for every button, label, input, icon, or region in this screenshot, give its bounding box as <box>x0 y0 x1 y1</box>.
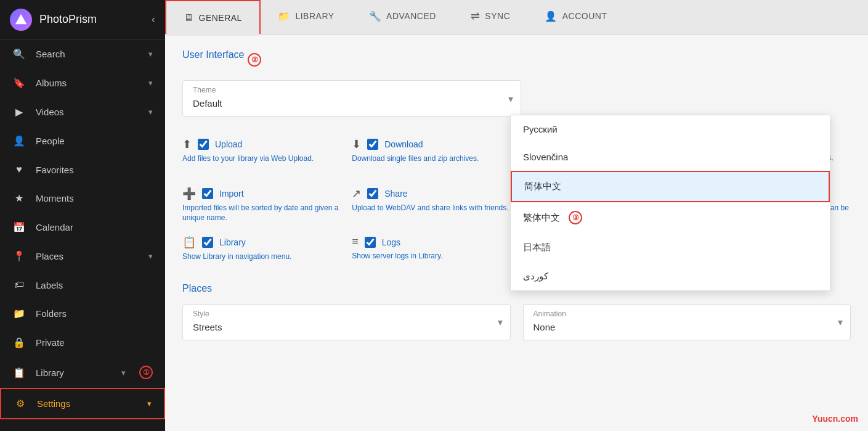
sidebar-item-library[interactable]: 📋 Library ▾ ① <box>0 357 165 388</box>
sidebar-item-folders[interactable]: 📁 Folders <box>0 299 165 328</box>
sidebar-item-private[interactable]: 🔒 Private <box>0 328 165 357</box>
sidebar-item-search[interactable]: 🔍 Search ▾ <box>0 39 165 68</box>
tab-advanced[interactable]: 🔧 ADVANCED <box>352 0 453 34</box>
tab-general[interactable]: 🖥 GENERAL <box>165 0 261 34</box>
sidebar: PhotoPrism ‹ 🔍 Search ▾ 🔖 Albums ▾ ▶ Vid… <box>0 0 165 431</box>
sidebar-item-places[interactable]: 📍 Places ▾ <box>0 242 165 271</box>
tab-advanced-label: ADVANCED <box>386 11 436 21</box>
library-option-label: Library <box>219 237 246 247</box>
option-logs: ≡ Logs Show server logs in Library. <box>352 229 511 268</box>
library-badge: ① <box>139 366 153 379</box>
import-label: Import <box>219 189 244 199</box>
chevron-down-icon: ▾ <box>148 107 153 117</box>
sidebar-item-label: Private <box>36 337 153 348</box>
places-grid: Style Streets ▾ Animation None ▾ <box>182 304 851 355</box>
theme-field[interactable]: Theme Default ▾ <box>182 80 521 117</box>
chevron-down-icon: ▾ <box>498 316 503 328</box>
sidebar-item-moments[interactable]: ★ Moments <box>0 184 165 213</box>
sidebar-item-label: Labels <box>36 280 153 290</box>
sidebar-item-label: Moments <box>36 193 153 203</box>
theme-label: Theme <box>193 86 511 94</box>
sidebar-item-videos[interactable]: ▶ Videos ▾ <box>0 97 165 126</box>
sidebar-item-label: Library <box>36 367 112 378</box>
favorites-icon: ♥ <box>12 164 26 175</box>
language-dropdown[interactable]: Русский Slovenčina 简体中文 繁体中文 ③ 日本語 کوردی <box>510 115 830 291</box>
share-label: Share <box>384 189 407 199</box>
chevron-down-icon: ▾ <box>838 316 843 328</box>
tab-sync[interactable]: ⇌ SYNC <box>453 0 527 34</box>
sync-icon: ⇌ <box>471 9 481 23</box>
style-value: Streets <box>193 319 500 335</box>
sidebar-item-label: Places <box>36 251 139 261</box>
sidebar-header: PhotoPrism ‹ <box>0 0 165 39</box>
folder-icon: 📁 <box>278 10 291 22</box>
logs-icon: ≡ <box>352 236 359 248</box>
dropdown-item-traditional-chinese[interactable]: 繁体中文 ③ <box>511 202 830 233</box>
sidebar-item-label: Settings <box>37 398 137 409</box>
dropdown-item-slovenian[interactable]: Slovenčina <box>511 143 830 171</box>
chevron-down-icon: ▾ <box>147 399 152 408</box>
badge-3: ③ <box>569 211 582 224</box>
search-icon: 🔍 <box>12 48 26 60</box>
watermark: Yuucn.com <box>812 414 858 424</box>
badge-2: ② <box>248 53 261 67</box>
chevron-down-icon: ▾ <box>121 368 126 377</box>
animation-label: Animation <box>533 310 841 318</box>
style-field[interactable]: Style Streets ▾ <box>182 304 511 340</box>
tab-library-label: LIBRARY <box>295 11 334 21</box>
dropdown-item-japanese[interactable]: 日本語 <box>511 233 830 262</box>
monitor-icon: 🖥 <box>184 12 194 23</box>
sidebar-item-label: People <box>36 136 153 146</box>
sidebar-item-labels[interactable]: 🏷 Labels <box>0 271 165 299</box>
moments-icon: ★ <box>12 192 26 204</box>
animation-value: None <box>533 319 841 335</box>
tab-library[interactable]: 📁 LIBRARY <box>261 0 352 34</box>
content-area: User Interface ② Theme Default ▾ ⬆ Uploa… <box>165 35 868 431</box>
download-icon: ⬇ <box>352 138 361 151</box>
library-option-checkbox[interactable] <box>202 237 213 248</box>
tab-account[interactable]: 👤 ACCOUNT <box>527 0 624 34</box>
animation-field[interactable]: Animation None ▾ <box>523 304 851 340</box>
import-checkbox[interactable] <box>202 188 213 199</box>
import-icon: ➕ <box>182 187 196 200</box>
folders-icon: 📁 <box>12 308 26 319</box>
top-nav: 🖥 GENERAL 📁 LIBRARY 🔧 ADVANCED ⇌ SYNC 👤 … <box>165 0 868 35</box>
share-checkbox[interactable] <box>367 188 378 199</box>
sidebar-item-people[interactable]: 👤 People <box>0 126 165 155</box>
logs-label: Logs <box>382 237 400 247</box>
dropdown-item-russian[interactable]: Русский <box>511 115 830 143</box>
people-icon: 👤 <box>12 135 26 147</box>
option-library: 📋 Library Show Library in navigation men… <box>182 229 342 268</box>
sidebar-item-calendar[interactable]: 📅 Calendar <box>0 213 165 242</box>
upload-icon: ⬆ <box>182 138 192 151</box>
share-desc: Upload to WebDAV and share links with fr… <box>352 203 511 213</box>
settings-icon: ⚙ <box>14 398 27 409</box>
albums-icon: 🔖 <box>12 77 26 89</box>
download-label: Download <box>384 139 423 149</box>
chevron-down-icon: ▾ <box>508 92 513 104</box>
svg-marker-0 <box>15 14 26 24</box>
dropdown-item-kurdish[interactable]: کوردی <box>511 262 830 290</box>
download-checkbox[interactable] <box>367 139 378 150</box>
app-title: PhotoPrism <box>39 13 144 26</box>
option-import: ➕ Import Imported files will be sorted b… <box>182 181 342 230</box>
upload-label: Upload <box>215 139 242 149</box>
app-logo <box>10 9 32 31</box>
sidebar-item-label: Albums <box>36 78 139 88</box>
sidebar-item-settings[interactable]: ⚙ Settings ▾ <box>0 388 165 419</box>
tab-account-label: ACCOUNT <box>562 11 607 21</box>
upload-checkbox[interactable] <box>198 139 209 150</box>
sidebar-collapse-button[interactable]: ‹ <box>152 13 155 26</box>
chevron-down-icon: ▾ <box>148 252 153 261</box>
private-icon: 🔒 <box>12 337 26 348</box>
logs-desc: Show server logs in Library. <box>352 251 511 261</box>
user-interface-title: User Interface <box>182 49 244 60</box>
tab-sync-label: SYNC <box>485 11 510 21</box>
library-option-icon: 📋 <box>182 236 196 249</box>
sidebar-item-label: Search <box>36 49 139 59</box>
tab-general-label: GENERAL <box>199 13 242 23</box>
logs-checkbox[interactable] <box>365 237 376 248</box>
sidebar-item-favorites[interactable]: ♥ Favorites <box>0 155 165 184</box>
dropdown-item-simplified-chinese[interactable]: 简体中文 <box>511 171 830 202</box>
sidebar-item-albums[interactable]: 🔖 Albums ▾ <box>0 68 165 97</box>
